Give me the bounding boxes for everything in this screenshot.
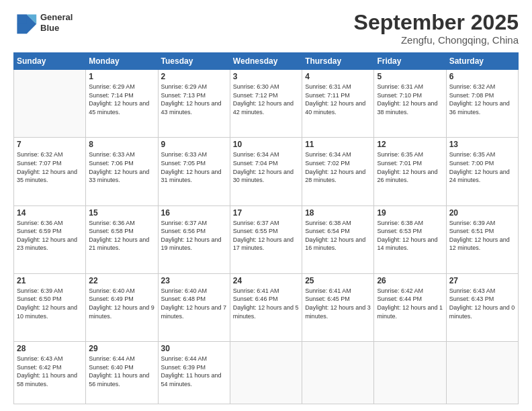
day-info: Sunrise: 6:31 AM Sunset: 7:10 PM Dayligh… — [377, 83, 443, 116]
calendar-cell: 13Sunrise: 6:35 AM Sunset: 7:00 PM Dayli… — [446, 138, 518, 205]
day-number: 1 — [89, 72, 154, 81]
calendar-cell: 3Sunrise: 6:30 AM Sunset: 7:12 PM Daylig… — [230, 70, 302, 138]
calendar-cell: 4Sunrise: 6:31 AM Sunset: 7:11 PM Daylig… — [302, 70, 374, 138]
day-info: Sunrise: 6:35 AM Sunset: 7:01 PM Dayligh… — [377, 150, 443, 184]
day-number: 17 — [233, 208, 299, 218]
day-number: 18 — [305, 208, 371, 218]
day-info: Sunrise: 6:39 AM Sunset: 6:51 PM Dayligh… — [449, 219, 515, 253]
calendar-table: SundayMondayTuesdayWednesdayThursdayFrid… — [13, 52, 519, 404]
day-info: Sunrise: 6:42 AM Sunset: 6:44 PM Dayligh… — [377, 287, 443, 320]
calendar-cell: 8Sunrise: 6:33 AM Sunset: 7:06 PM Daylig… — [86, 138, 158, 205]
day-number: 26 — [377, 276, 443, 285]
day-number: 28 — [17, 344, 83, 353]
day-info: Sunrise: 6:44 AM Sunset: 6:40 PM Dayligh… — [89, 355, 154, 388]
calendar-cell: 21Sunrise: 6:39 AM Sunset: 6:50 PM Dayli… — [14, 273, 86, 341]
calendar-cell: 18Sunrise: 6:38 AM Sunset: 6:54 PM Dayli… — [302, 205, 374, 273]
calendar-cell: 22Sunrise: 6:40 AM Sunset: 6:49 PM Dayli… — [86, 273, 158, 341]
day-info: Sunrise: 6:41 AM Sunset: 6:46 PM Dayligh… — [233, 287, 299, 320]
day-info: Sunrise: 6:35 AM Sunset: 7:00 PM Dayligh… — [449, 150, 515, 184]
day-header-thursday: Thursday — [302, 53, 374, 70]
day-number: 12 — [377, 140, 443, 149]
calendar-cell: 25Sunrise: 6:41 AM Sunset: 6:45 PM Dayli… — [302, 273, 374, 341]
day-info: Sunrise: 6:37 AM Sunset: 6:55 PM Dayligh… — [233, 219, 299, 253]
day-info: Sunrise: 6:30 AM Sunset: 7:12 PM Dayligh… — [233, 83, 299, 116]
day-number: 3 — [233, 72, 299, 81]
day-number: 29 — [89, 344, 154, 353]
day-info: Sunrise: 6:38 AM Sunset: 6:54 PM Dayligh… — [305, 219, 371, 253]
day-info: Sunrise: 6:34 AM Sunset: 7:02 PM Dayligh… — [305, 150, 371, 184]
day-header-friday: Friday — [374, 53, 446, 70]
day-info: Sunrise: 6:44 AM Sunset: 6:39 PM Dayligh… — [161, 355, 227, 388]
title-block: September 2025 Zengfu, Chongqing, China — [354, 11, 519, 46]
calendar-cell: 29Sunrise: 6:44 AM Sunset: 6:40 PM Dayli… — [86, 342, 158, 404]
svg-marker-1 — [17, 14, 26, 24]
calendar-cell — [446, 342, 518, 404]
calendar-cell: 11Sunrise: 6:34 AM Sunset: 7:02 PM Dayli… — [302, 138, 374, 205]
calendar-week-row: 14Sunrise: 6:36 AM Sunset: 6:59 PM Dayli… — [14, 205, 519, 273]
calendar-cell: 19Sunrise: 6:38 AM Sunset: 6:53 PM Dayli… — [374, 205, 446, 273]
day-header-wednesday: Wednesday — [230, 53, 302, 70]
day-number: 5 — [377, 72, 443, 81]
logo: General Blue — [13, 11, 73, 35]
day-number: 9 — [161, 140, 227, 149]
day-info: Sunrise: 6:40 AM Sunset: 6:48 PM Dayligh… — [161, 287, 227, 320]
calendar-cell: 12Sunrise: 6:35 AM Sunset: 7:01 PM Dayli… — [374, 138, 446, 205]
calendar-cell: 27Sunrise: 6:43 AM Sunset: 6:43 PM Dayli… — [446, 273, 518, 341]
day-info: Sunrise: 6:36 AM Sunset: 6:59 PM Dayligh… — [17, 219, 83, 253]
day-number: 2 — [161, 72, 227, 81]
day-info: Sunrise: 6:43 AM Sunset: 6:43 PM Dayligh… — [449, 287, 515, 320]
day-info: Sunrise: 6:38 AM Sunset: 6:53 PM Dayligh… — [377, 219, 443, 253]
day-info: Sunrise: 6:29 AM Sunset: 7:13 PM Dayligh… — [161, 83, 227, 116]
calendar-cell: 1Sunrise: 6:29 AM Sunset: 7:14 PM Daylig… — [86, 70, 158, 138]
day-number: 30 — [161, 344, 227, 353]
day-info: Sunrise: 6:32 AM Sunset: 7:07 PM Dayligh… — [17, 150, 83, 184]
day-number: 22 — [89, 276, 154, 285]
calendar-cell: 15Sunrise: 6:36 AM Sunset: 6:58 PM Dayli… — [86, 205, 158, 273]
location: Zengfu, Chongqing, China — [354, 34, 519, 46]
day-header-saturday: Saturday — [446, 53, 518, 70]
day-number: 23 — [161, 276, 227, 285]
header: General Blue September 2025 Zengfu, Chon… — [13, 11, 519, 46]
calendar-cell: 6Sunrise: 6:32 AM Sunset: 7:08 PM Daylig… — [446, 70, 518, 138]
logo-icon — [13, 11, 38, 35]
calendar-week-row: 28Sunrise: 6:43 AM Sunset: 6:42 PM Dayli… — [14, 342, 519, 404]
day-number: 15 — [89, 208, 154, 218]
day-number: 19 — [377, 208, 443, 218]
day-number: 10 — [233, 140, 299, 149]
day-info: Sunrise: 6:39 AM Sunset: 6:50 PM Dayligh… — [17, 287, 83, 320]
calendar-week-row: 7Sunrise: 6:32 AM Sunset: 7:07 PM Daylig… — [14, 138, 519, 205]
calendar-cell — [302, 342, 374, 404]
day-info: Sunrise: 6:36 AM Sunset: 6:58 PM Dayligh… — [89, 219, 154, 253]
calendar-cell: 5Sunrise: 6:31 AM Sunset: 7:10 PM Daylig… — [374, 70, 446, 138]
day-info: Sunrise: 6:34 AM Sunset: 7:04 PM Dayligh… — [233, 150, 299, 184]
day-info: Sunrise: 6:40 AM Sunset: 6:49 PM Dayligh… — [89, 287, 154, 320]
calendar-cell: 16Sunrise: 6:37 AM Sunset: 6:56 PM Dayli… — [158, 205, 230, 273]
day-number: 25 — [305, 276, 371, 285]
day-number: 16 — [161, 208, 227, 218]
calendar-cell: 9Sunrise: 6:33 AM Sunset: 7:05 PM Daylig… — [158, 138, 230, 205]
day-header-monday: Monday — [86, 53, 158, 70]
day-header-sunday: Sunday — [14, 53, 86, 70]
day-info: Sunrise: 6:32 AM Sunset: 7:08 PM Dayligh… — [449, 83, 515, 116]
day-info: Sunrise: 6:41 AM Sunset: 6:45 PM Dayligh… — [305, 287, 371, 320]
day-number: 20 — [449, 208, 515, 218]
calendar-cell: 2Sunrise: 6:29 AM Sunset: 7:13 PM Daylig… — [158, 70, 230, 138]
day-info: Sunrise: 6:33 AM Sunset: 7:06 PM Dayligh… — [89, 150, 154, 184]
calendar-cell — [14, 70, 86, 138]
day-number: 24 — [233, 276, 299, 285]
day-number: 4 — [305, 72, 371, 81]
calendar-cell: 17Sunrise: 6:37 AM Sunset: 6:55 PM Dayli… — [230, 205, 302, 273]
calendar-cell: 30Sunrise: 6:44 AM Sunset: 6:39 PM Dayli… — [158, 342, 230, 404]
day-number: 13 — [449, 140, 515, 149]
day-number: 7 — [17, 140, 83, 149]
day-info: Sunrise: 6:29 AM Sunset: 7:14 PM Dayligh… — [89, 83, 154, 116]
logo-line1: General — [40, 12, 73, 23]
month-title: September 2025 — [354, 11, 519, 34]
day-number: 6 — [449, 72, 515, 81]
day-info: Sunrise: 6:33 AM Sunset: 7:05 PM Dayligh… — [161, 150, 227, 184]
day-info: Sunrise: 6:43 AM Sunset: 6:42 PM Dayligh… — [17, 355, 83, 388]
day-number: 11 — [305, 140, 371, 149]
day-info: Sunrise: 6:37 AM Sunset: 6:56 PM Dayligh… — [161, 219, 227, 253]
logo-text: General Blue — [40, 12, 73, 33]
day-header-tuesday: Tuesday — [158, 53, 230, 70]
